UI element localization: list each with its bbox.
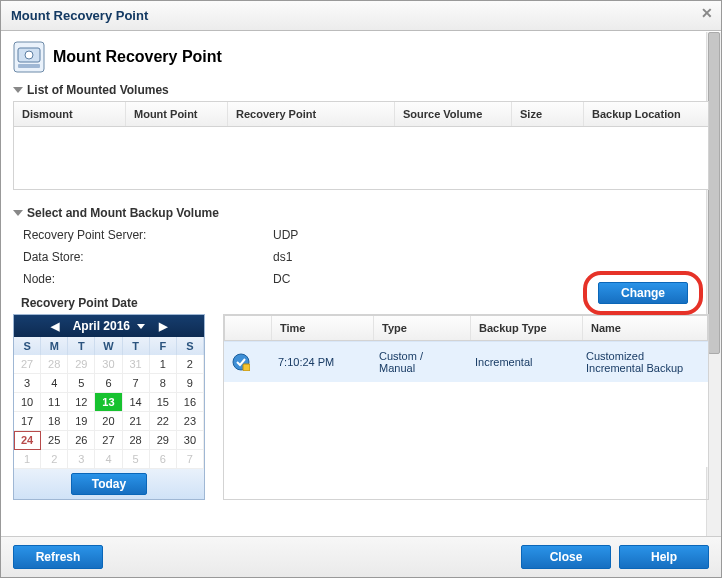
calendar-day-cell[interactable]: 25 bbox=[41, 431, 68, 450]
calendar-day-cell[interactable]: 19 bbox=[68, 412, 95, 431]
calendar-day-cell[interactable]: 4 bbox=[95, 450, 122, 469]
col-time[interactable]: Time bbox=[272, 316, 374, 340]
calendar-day-cell[interactable]: 21 bbox=[123, 412, 150, 431]
recovery-point-server-row: Recovery Point Server: UDP bbox=[13, 224, 709, 246]
refresh-button[interactable]: Refresh bbox=[13, 545, 103, 569]
mounted-volumes-section-header[interactable]: List of Mounted Volumes bbox=[13, 83, 709, 97]
window-title: Mount Recovery Point bbox=[11, 8, 148, 23]
calendar-day-cell[interactable]: 14 bbox=[123, 393, 150, 412]
recovery-point-server-label: Recovery Point Server: bbox=[23, 228, 273, 242]
change-button-highlight: Change bbox=[583, 271, 703, 315]
calendar-day-cell[interactable]: 3 bbox=[14, 374, 41, 393]
calendar-day-cell[interactable]: 1 bbox=[150, 355, 177, 374]
recovery-point-server-value: UDP bbox=[273, 228, 298, 242]
calendar-dow-cell: W bbox=[95, 337, 122, 355]
calendar-day-cell[interactable]: 29 bbox=[68, 355, 95, 374]
calendar-day-cell[interactable]: 8 bbox=[150, 374, 177, 393]
data-store-label: Data Store: bbox=[23, 250, 273, 264]
window-titlebar: Mount Recovery Point ✕ bbox=[1, 1, 721, 31]
calendar-day-cell[interactable]: 3 bbox=[68, 450, 95, 469]
calendar-today-bar: Today bbox=[14, 469, 204, 499]
calendar-next-icon[interactable]: ▶ bbox=[153, 320, 173, 333]
calendar-day-cell[interactable]: 11 bbox=[41, 393, 68, 412]
calendar-day-cell[interactable]: 18 bbox=[41, 412, 68, 431]
calendar-day-cell[interactable]: 15 bbox=[150, 393, 177, 412]
calendar-day-cell[interactable]: 31 bbox=[123, 355, 150, 374]
calendar-day-cell[interactable]: 9 bbox=[177, 374, 204, 393]
calendar-day-cell[interactable]: 12 bbox=[68, 393, 95, 412]
calendar: ◀ April 2016 ▶ SMTWTFS 27282930311234567… bbox=[13, 314, 205, 500]
node-value: DC bbox=[273, 272, 290, 286]
calendar-day-cell[interactable]: 7 bbox=[177, 450, 204, 469]
recovery-points-table: Time Type Backup Type Name bbox=[223, 314, 709, 500]
page-header: Mount Recovery Point bbox=[13, 41, 709, 73]
chevron-down-icon bbox=[13, 210, 23, 216]
col-mount-point[interactable]: Mount Point bbox=[126, 102, 228, 126]
calendar-day-cell[interactable]: 26 bbox=[68, 431, 95, 450]
calendar-day-cell[interactable]: 22 bbox=[150, 412, 177, 431]
calendar-day-cell[interactable]: 28 bbox=[41, 355, 68, 374]
calendar-day-cell[interactable]: 6 bbox=[150, 450, 177, 469]
col-recovery-point[interactable]: Recovery Point bbox=[228, 102, 395, 126]
calendar-day-cell[interactable]: 2 bbox=[177, 355, 204, 374]
col-name[interactable]: Name bbox=[583, 316, 707, 340]
calendar-dow-cell: M bbox=[41, 337, 68, 355]
recovery-points-grid-header: Time Type Backup Type Name bbox=[224, 315, 708, 341]
dialog-content: Mount Recovery Point List of Mounted Vol… bbox=[1, 31, 721, 529]
node-label: Node: bbox=[23, 272, 273, 286]
calendar-day-cell[interactable]: 2 bbox=[41, 450, 68, 469]
close-button[interactable]: Close bbox=[521, 545, 611, 569]
change-button[interactable]: Change bbox=[598, 282, 688, 304]
calendar-dow-cell: F bbox=[150, 337, 177, 355]
calendar-day-cell[interactable]: 4 bbox=[41, 374, 68, 393]
calendar-day-cell[interactable]: 6 bbox=[95, 374, 122, 393]
calendar-day-cell[interactable]: 30 bbox=[177, 431, 204, 450]
calendar-day-cell[interactable]: 5 bbox=[68, 374, 95, 393]
calendar-day-cell[interactable]: 16 bbox=[177, 393, 204, 412]
data-store-row: Data Store: ds1 bbox=[13, 246, 709, 268]
calendar-dow-cell: S bbox=[14, 337, 41, 355]
calendar-day-cell[interactable]: 13 bbox=[95, 393, 122, 412]
rp-backup-type: Incremental bbox=[467, 348, 578, 376]
today-button[interactable]: Today bbox=[71, 473, 147, 495]
rp-name: Customized Incremental Backup bbox=[578, 342, 708, 382]
calendar-day-cell[interactable]: 28 bbox=[123, 431, 150, 450]
calendar-month-label[interactable]: April 2016 bbox=[73, 319, 146, 333]
calendar-day-cell[interactable]: 1 bbox=[14, 450, 41, 469]
calendar-day-cell[interactable]: 24 bbox=[14, 431, 41, 450]
svg-rect-3 bbox=[18, 64, 40, 68]
calendar-day-cell[interactable]: 17 bbox=[14, 412, 41, 431]
calendar-day-cell[interactable]: 27 bbox=[95, 431, 122, 450]
calendar-dow-row: SMTWTFS bbox=[14, 337, 204, 355]
help-button[interactable]: Help bbox=[619, 545, 709, 569]
calendar-day-cell[interactable]: 20 bbox=[95, 412, 122, 431]
col-source-volume[interactable]: Source Volume bbox=[395, 102, 512, 126]
select-mount-section-header[interactable]: Select and Mount Backup Volume bbox=[13, 206, 709, 220]
col-type[interactable]: Type bbox=[374, 316, 471, 340]
calendar-day-cell[interactable]: 23 bbox=[177, 412, 204, 431]
svg-rect-5 bbox=[243, 364, 250, 371]
calendar-day-cell[interactable]: 29 bbox=[150, 431, 177, 450]
svg-point-2 bbox=[25, 51, 33, 59]
chevron-down-icon bbox=[137, 324, 145, 329]
col-backup-location[interactable]: Backup Location bbox=[584, 102, 708, 126]
recovery-point-row[interactable]: 7:10:24 PM Custom / Manual Incremental C… bbox=[224, 341, 708, 382]
data-store-value: ds1 bbox=[273, 250, 292, 264]
col-backup-type[interactable]: Backup Type bbox=[471, 316, 583, 340]
calendar-day-cell[interactable]: 10 bbox=[14, 393, 41, 412]
calendar-header: ◀ April 2016 ▶ bbox=[14, 315, 204, 337]
rp-time: 7:10:24 PM bbox=[270, 348, 371, 376]
calendar-prev-icon[interactable]: ◀ bbox=[45, 320, 65, 333]
close-icon[interactable]: ✕ bbox=[701, 5, 713, 21]
col-size[interactable]: Size bbox=[512, 102, 584, 126]
calendar-days-grid: 2728293031123456789101112131415161718192… bbox=[14, 355, 204, 469]
mounted-volumes-grid-header: Dismount Mount Point Recovery Point Sour… bbox=[13, 101, 709, 127]
page-title: Mount Recovery Point bbox=[53, 48, 222, 66]
col-dismount[interactable]: Dismount bbox=[14, 102, 126, 126]
recovery-point-icon bbox=[224, 345, 270, 379]
chevron-down-icon bbox=[13, 87, 23, 93]
calendar-day-cell[interactable]: 27 bbox=[14, 355, 41, 374]
calendar-day-cell[interactable]: 30 bbox=[95, 355, 122, 374]
calendar-day-cell[interactable]: 5 bbox=[123, 450, 150, 469]
calendar-day-cell[interactable]: 7 bbox=[123, 374, 150, 393]
